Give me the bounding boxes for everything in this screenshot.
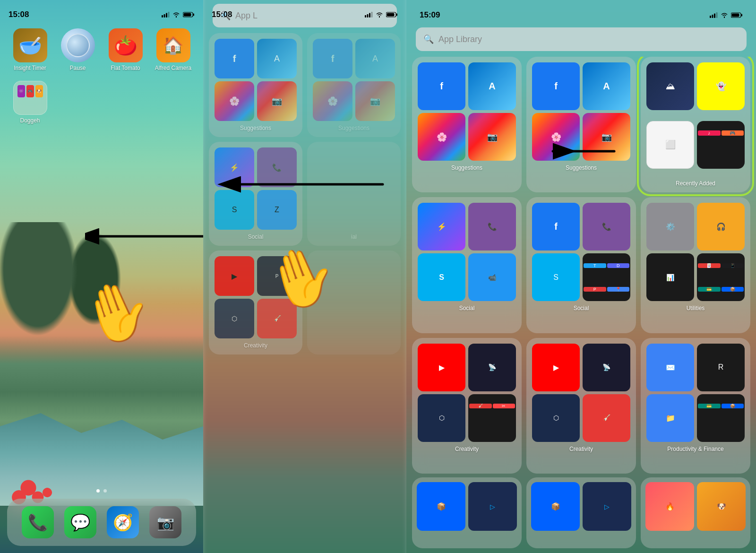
instagram-icon-1[interactable]: 📷 (468, 113, 516, 161)
utilities-group[interactable]: 🃏 📱 💳 📦 (697, 253, 745, 301)
dropbox-icon-bottom-2[interactable]: 📦 (531, 482, 580, 531)
youtube-studio-icon-2[interactable]: ▶ (532, 344, 580, 391)
utilities-apps: ⚙️ 🎧 📊 🃏 📱 💳 📦 (646, 203, 745, 301)
folder-social-1[interactable]: ⚡ 📞 S 📹 Social (412, 197, 522, 333)
app-item-flattomato[interactable]: 🍅 Flat Tomato (104, 28, 147, 71)
svg-rect-12 (371, 12, 373, 17)
skype-icon-1[interactable]: S (418, 253, 465, 301)
page-dots (0, 489, 203, 493)
facebook-icon-3[interactable]: f (532, 203, 580, 251)
mail-icon[interactable]: ✉️ (646, 344, 694, 391)
sound-analyzer-icon[interactable]: 📊 (646, 253, 694, 301)
messenger-icon-1[interactable]: ⚡ (418, 203, 465, 251)
doggeh-icon-bottom[interactable]: 🐶 (697, 482, 746, 531)
reeder-icon[interactable]: R (697, 344, 745, 391)
app-lib-status-time: 15:09 (420, 10, 440, 20)
appstore-icon-1[interactable]: A (468, 62, 516, 110)
svg-rect-24 (732, 14, 739, 17)
app-item-doggeh[interactable]: 👾 🎮 🐶 Doggeh (9, 81, 52, 124)
dock-phone[interactable]: 📞 (22, 506, 54, 538)
mountain-peak-icon[interactable]: ⛰ (646, 62, 694, 110)
settings-icon[interactable]: ⚙️ (646, 203, 694, 251)
social-2-apps: f 📞 S T D P 📍 (532, 203, 630, 301)
bandlab-icon-2[interactable]: 🎸 (583, 394, 630, 442)
pause-icon[interactable] (61, 28, 95, 62)
panasonic-icon-1[interactable]: 📡 (468, 344, 516, 391)
appstore-icon-blur: A (257, 39, 297, 78)
affinity-icon-1[interactable]: ⬡ (418, 394, 465, 442)
bottom-folder-1[interactable]: 📦 ▷ (412, 477, 522, 548)
folder-productivity[interactable]: ✉️ R 📁 💳 📦 Productivity & Finance (641, 338, 750, 474)
folder-recently-added[interactable]: ⛰ 👻 ⬜ ♪ 🎮 Recently Added (641, 57, 750, 192)
svg-rect-19 (712, 15, 713, 18)
facebook-icon-2[interactable]: f (532, 62, 580, 110)
photos-icon-1[interactable]: 🌸 (418, 113, 465, 161)
periscope-googlemaps-group[interactable]: T D P 📍 (583, 253, 630, 301)
dock-messages[interactable]: 💬 (64, 506, 96, 538)
bottom-folder-2[interactable]: 📦 ▷ (526, 477, 636, 548)
creativity-group-1[interactable]: 🎸 ✂ (468, 394, 516, 442)
tinder-icon-bottom[interactable]: 🔥 (645, 482, 694, 531)
app-library-search[interactable]: 🔍 App Library (416, 27, 747, 51)
svg-rect-5 (193, 14, 195, 16)
viber-icon-1[interactable]: 📞 (468, 203, 516, 251)
svg-rect-18 (710, 16, 711, 18)
photos-icon-blur-3: 🌸 (313, 81, 352, 121)
alfred-camera-icon[interactable]: 🏠 (156, 28, 190, 62)
skype-icon-2[interactable]: S (532, 253, 580, 301)
dock: 📞 💬 🧭 📷 (7, 499, 196, 546)
affinity-icon-2[interactable]: ⬡ (532, 394, 580, 442)
svg-rect-14 (396, 14, 398, 16)
home-screen: 15:08 🥣 I (0, 0, 203, 553)
app-item-insight[interactable]: 🥣 Insight Timer (9, 28, 52, 71)
battery-icon (183, 12, 195, 17)
status-time-blur: 15:08 (212, 10, 232, 19)
flat-tomato-label: Flat Tomato (111, 65, 140, 71)
folder-creativity-1[interactable]: ▶ 📡 ⬡ 🎸 ✂ Creativity (412, 338, 522, 474)
folder-suggestions-2[interactable]: f A 🌸 📷 Suggestions (526, 57, 636, 192)
utilities-label: Utilities (687, 305, 705, 311)
insight-timer-icon[interactable]: 🥣 (13, 28, 47, 62)
folder-2-blur: f A 🌸 📷 Suggestions (307, 33, 401, 137)
headspace-icon[interactable]: 🎧 (697, 203, 745, 251)
svg-rect-3 (168, 12, 170, 17)
dock-camera[interactable]: 📷 (149, 506, 181, 538)
snapchat-icon[interactable]: 👻 (697, 62, 745, 110)
dot-2 (103, 489, 107, 493)
affinity-bottom[interactable]: ▷ (468, 482, 517, 531)
folder-social-2[interactable]: f 📞 S T D P 📍 Social (526, 197, 636, 333)
appstore-icon-blur-2: A (355, 39, 395, 78)
bottom-folder-3[interactable]: 🔥 🐶 (641, 477, 750, 548)
productivity-group[interactable]: 💳 📦 (697, 394, 745, 442)
dropbox-icon-bottom[interactable]: 📦 (417, 482, 465, 531)
folder-suggestions-1[interactable]: f A 🌸 📷 Suggestions (412, 57, 522, 192)
files-icon[interactable]: 📁 (646, 394, 694, 442)
facebook-icon-1[interactable]: f (418, 62, 465, 110)
app-grid: 🥣 Insight Timer Pause 🍅 Flat Tomato 🏠 Al… (9, 28, 195, 124)
remini-tiktok-group[interactable]: ♪ 🎮 (697, 121, 745, 169)
hand-annotation-2: ✋ (250, 199, 373, 321)
status-bar: 15:08 (0, 0, 203, 24)
folder-creativity-2[interactable]: ▶ 📡 ⬡ 🎸 Creativity (526, 338, 636, 474)
facebook-icon-blur-2: f (313, 39, 352, 78)
search-placeholder: App Library (438, 35, 482, 44)
zoom-icon-1[interactable]: 📹 (468, 253, 516, 301)
app-item-alfredcam[interactable]: 🏠 Alfred Camera (152, 28, 195, 71)
status-bar-blur: 15:08 (203, 0, 406, 24)
svg-rect-0 (162, 15, 163, 17)
creativity-1-apps: ▶ 📡 ⬡ 🎸 ✂ (418, 344, 516, 442)
unfolder-icon[interactable]: ⬜ (646, 121, 694, 169)
productivity-apps: ✉️ R 📁 💳 📦 (646, 344, 745, 442)
doggeh-folder-icon[interactable]: 👾 🎮 🐶 (13, 81, 47, 115)
svg-rect-21 (716, 12, 718, 18)
viber-icon-2[interactable]: 📞 (583, 203, 630, 251)
affinity-bottom-2[interactable]: ▷ (583, 482, 631, 531)
folder-utilities[interactable]: ⚙️ 🎧 📊 🃏 📱 💳 📦 Utilities (641, 197, 750, 333)
appstore-icon-2[interactable]: A (583, 62, 630, 110)
flat-tomato-icon[interactable]: 🍅 (109, 28, 143, 62)
signal-icon (162, 12, 170, 17)
dock-safari[interactable]: 🧭 (107, 506, 139, 538)
panasonic-icon-2[interactable]: 📡 (583, 344, 630, 391)
youtube-studio-icon-1[interactable]: ▶ (418, 344, 465, 391)
app-item-pause[interactable]: Pause (56, 28, 99, 71)
